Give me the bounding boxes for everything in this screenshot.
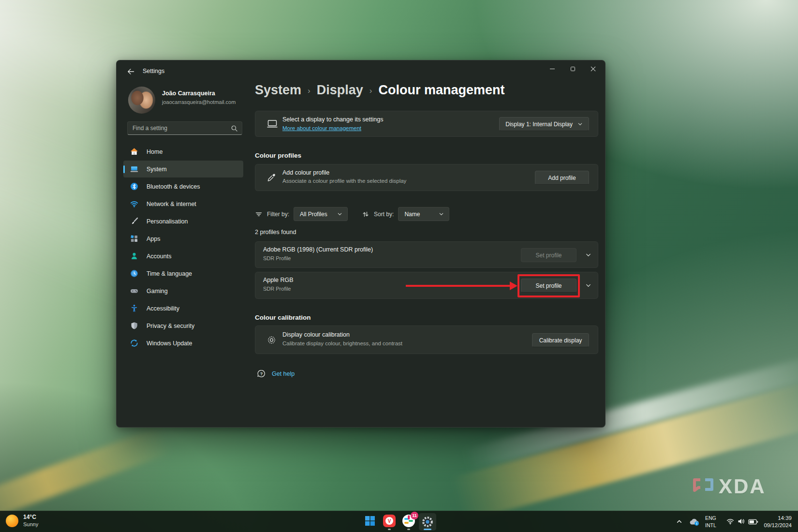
language-indicator[interactable]: ENG INTL <box>705 515 716 529</box>
slack-button[interactable]: 11 <box>402 514 415 528</box>
sidebar-item-home[interactable]: Home <box>123 143 243 160</box>
sunny-weather-icon <box>6 515 18 527</box>
profile-type: SDR Profile <box>263 255 291 261</box>
chevron-down-icon[interactable] <box>585 282 591 289</box>
display-calibration-card: Display colour calibration Calibrate dis… <box>255 325 598 354</box>
privacy-shield-icon <box>130 322 138 330</box>
weather-widget[interactable]: 14°C Sunny <box>6 514 38 528</box>
calibration-description: Calibrate display colour, brightness, an… <box>282 340 402 346</box>
battery-icon[interactable] <box>748 519 758 525</box>
active-app-indicator <box>424 529 431 530</box>
window-title: Settings <box>143 68 164 74</box>
slack-icon: 11 <box>402 515 415 527</box>
sidebar-item-time-language[interactable]: Time & language <box>123 265 243 282</box>
chevron-down-icon <box>577 121 583 127</box>
sidebar-item-label: Accessibility <box>147 305 179 312</box>
sidebar-item-network[interactable]: Network & internet <box>123 195 243 212</box>
wifi-icon[interactable] <box>726 517 735 525</box>
weather-condition: Sunny <box>23 521 38 528</box>
sidebar-item-accessibility[interactable]: Accessibility <box>123 300 243 317</box>
clock[interactable]: 14:39 09/12/2024 <box>764 515 792 529</box>
annotation-arrow <box>406 285 510 287</box>
windows-logo-icon <box>364 515 376 527</box>
sidebar-item-label: System <box>147 166 167 173</box>
filter-dropdown[interactable]: All Profiles <box>294 207 348 221</box>
display-selector-dropdown[interactable]: Display 1: Internal Display <box>499 117 589 131</box>
start-button[interactable] <box>363 514 377 528</box>
sidebar-item-system[interactable]: System <box>123 161 243 177</box>
sidebar-item-windows-update[interactable]: Windows Update <box>123 335 243 352</box>
search-icon <box>231 125 238 132</box>
user-name: João Carrasqueira <box>162 90 215 97</box>
profile-row-adobe-rgb[interactable]: Adobe RGB (1998) (Current SDR profile) S… <box>255 241 598 268</box>
get-help-link[interactable]: Get help <box>272 370 295 377</box>
sidebar-item-personalisation[interactable]: Personalisation <box>123 213 243 230</box>
vivaldi-browser-button[interactable]: V <box>383 514 396 528</box>
add-profile-button[interactable]: Add profile <box>535 171 589 185</box>
breadcrumb-system[interactable]: System <box>255 83 301 98</box>
running-indicator <box>407 529 410 530</box>
user-email: joaocarrasqueira@hotmail.com <box>162 99 236 105</box>
sidebar-item-label: Bluetooth & devices <box>147 183 200 190</box>
windows-update-icon <box>130 339 138 347</box>
sidebar-item-gaming[interactable]: Gaming <box>123 282 243 299</box>
breadcrumb-display[interactable]: Display <box>317 83 363 98</box>
sidebar-item-privacy[interactable]: Privacy & security <box>123 317 243 334</box>
colour-calibration-heading: Colour calibration <box>255 314 311 321</box>
settings-app-button[interactable] <box>419 513 436 531</box>
calibrate-display-button[interactable]: Calibrate display <box>532 333 589 347</box>
sidebar-item-label: Gaming <box>147 288 168 295</box>
sidebar-item-label: Time & language <box>147 270 192 277</box>
display-selector-value: Display 1: Internal Display <box>505 121 573 128</box>
set-profile-button[interactable]: Set profile <box>521 279 576 293</box>
sidebar-item-accounts[interactable]: Accounts <box>123 248 243 265</box>
bluetooth-icon <box>130 182 138 191</box>
svg-text:?: ? <box>260 371 263 376</box>
xda-watermark-text: XDA <box>719 475 766 498</box>
profile-name: Apple RGB <box>263 277 294 283</box>
volume-icon[interactable] <box>737 517 745 525</box>
chevron-down-icon <box>439 211 444 217</box>
sidebar-item-label: Personalisation <box>147 218 188 225</box>
svg-text:i: i <box>696 522 697 525</box>
display-selector-card: Select a display to change its settings … <box>255 111 598 137</box>
tray-overflow-chevron[interactable] <box>676 518 682 525</box>
calibrate-display-button-label: Calibrate display <box>539 337 582 344</box>
language-line2: INTL <box>705 522 716 529</box>
settings-window: Settings João Carrasqueira joaocarrasque… <box>116 60 606 428</box>
sidebar-item-label: Privacy & security <box>147 323 194 329</box>
search-input[interactable] <box>128 122 242 134</box>
eyedropper-icon <box>267 173 276 182</box>
avatar[interactable] <box>128 87 155 114</box>
display-icon <box>267 119 278 129</box>
sort-dropdown[interactable]: Name <box>398 207 449 221</box>
gaming-icon <box>130 287 138 295</box>
chevron-down-icon[interactable] <box>585 251 591 258</box>
tray-date: 09/12/2024 <box>764 522 792 529</box>
profile-row-apple-rgb[interactable]: Apple RGB SDR Profile Set profile <box>255 272 598 299</box>
profiles-result-count: 2 profiles found <box>255 229 296 236</box>
add-profile-description: Associate a colour profile with the sele… <box>282 178 406 184</box>
more-about-colour-management-link[interactable]: More about colour management <box>282 125 361 131</box>
page-title: Colour management <box>378 83 504 98</box>
onedrive-icon[interactable]: i <box>689 517 700 526</box>
add-profile-title: Add colour profile <box>282 169 329 176</box>
back-button[interactable] <box>123 65 138 78</box>
profile-name: Adobe RGB (1998) (Current SDR profile) <box>263 246 373 253</box>
sidebar-item-bluetooth[interactable]: Bluetooth & devices <box>123 178 243 195</box>
chevron-down-icon <box>337 211 342 217</box>
get-help[interactable]: ? Get help <box>257 369 295 378</box>
sidebar-item-label: Windows Update <box>147 340 192 347</box>
sidebar-item-apps[interactable]: Apps <box>123 230 243 247</box>
sort-dropdown-value: Name <box>404 211 420 218</box>
tray-time: 14:39 <box>764 515 792 522</box>
calibration-title: Display colour calibration <box>282 331 350 338</box>
colour-profiles-heading: Colour profiles <box>255 152 301 159</box>
set-profile-button-label: Set profile <box>535 252 562 259</box>
sidebar-nav: Home System Bluetooth & devices <box>123 143 243 352</box>
sidebar-item-label: Home <box>147 148 163 155</box>
language-line1: ENG <box>705 515 716 522</box>
sidebar-item-label: Network & internet <box>147 201 196 207</box>
notification-badge: 11 <box>411 512 418 519</box>
accessibility-icon <box>130 304 138 312</box>
